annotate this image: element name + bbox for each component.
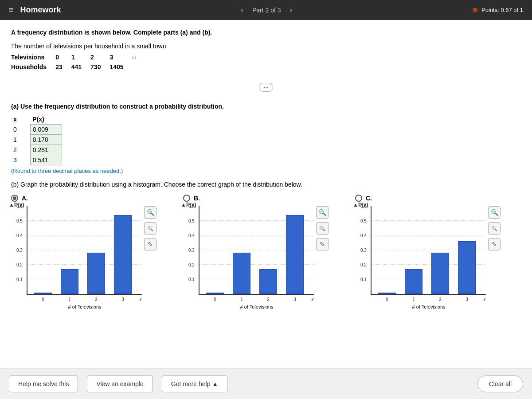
more-button[interactable]: ··· bbox=[259, 83, 273, 92]
ytick-06-c: 0.6 bbox=[360, 204, 367, 209]
x-val-3: 3 bbox=[11, 155, 30, 165]
zoom-in-c[interactable]: 🔍 bbox=[488, 206, 501, 219]
graph-a-header: A. bbox=[11, 195, 156, 202]
zoom-out-c[interactable]: 🔍 bbox=[488, 222, 501, 235]
graph-option-b: B. ▲P(x) 0.1 0.2 0.3 0.4 0.5 bbox=[183, 195, 329, 306]
round-note: (Round to three decimal places as needed… bbox=[11, 168, 521, 174]
prev-arrow[interactable]: ‹ bbox=[241, 5, 243, 15]
xtick-0-a: 0 bbox=[42, 297, 44, 302]
homework-title: Homework bbox=[20, 5, 61, 15]
help-solve-button[interactable]: Help me solve this bbox=[9, 376, 78, 392]
graph-b-wrapper: ▲P(x) 0.1 0.2 0.3 0.4 0.5 0.6 bbox=[183, 206, 329, 306]
tools-c: 🔍 🔍 ✎ bbox=[488, 206, 501, 250]
clear-all-button[interactable]: Clear all bbox=[477, 376, 523, 392]
ygrid-04-c bbox=[372, 235, 486, 235]
bar-a-0 bbox=[34, 293, 52, 294]
part-a-label: (a) Use the frequency distribution to co… bbox=[11, 103, 521, 110]
xtick-3-c: 3 bbox=[466, 297, 468, 302]
table-row-televisions: Televisions 0 1 2 3 □ bbox=[11, 52, 145, 62]
ytick-02-c: 0.2 bbox=[360, 262, 367, 267]
top-bar-left: ≡ Homework bbox=[9, 5, 61, 15]
col-px-header: P(x) bbox=[30, 114, 62, 125]
graph-a-wrapper: ▲P(x) 0.1 0.2 0.3 0.4 0.5 0.6 bbox=[11, 206, 156, 306]
ytick-03-a: 0.3 bbox=[16, 248, 23, 253]
tools-a: 🔍 🔍 ✎ bbox=[144, 206, 156, 250]
ytick-03-c: 0.3 bbox=[360, 248, 367, 253]
ytick-01-c: 0.1 bbox=[360, 277, 367, 282]
tv-val-icon: □ bbox=[133, 52, 145, 62]
ytick-05-a: 0.5 bbox=[16, 219, 23, 223]
edit-c[interactable]: ✎ bbox=[488, 238, 501, 250]
main-content: A frequency distribution is shown below.… bbox=[0, 20, 532, 399]
bar-a-3 bbox=[114, 215, 132, 294]
xtick-2-c: 2 bbox=[439, 297, 442, 302]
frequency-table: Televisions 0 1 2 3 □ Households 23 441 … bbox=[11, 52, 145, 72]
bar-c-2 bbox=[431, 253, 449, 294]
top-bar: ≡ Homework ‹ Part 2 of 3 › ⊗ Points: 0.6… bbox=[0, 0, 532, 20]
ytick-06-a: 0.6 bbox=[16, 204, 23, 209]
zoom-out-a[interactable]: 🔍 bbox=[144, 222, 156, 235]
xtick-3-b: 3 bbox=[293, 297, 296, 302]
tv-val-3: 3 bbox=[110, 52, 132, 62]
prob-row-2: 2 0.281 bbox=[11, 145, 62, 155]
view-example-button[interactable]: View an example bbox=[87, 376, 153, 392]
xtick-1-a: 1 bbox=[68, 297, 71, 302]
tv-val-2: 2 bbox=[90, 52, 110, 62]
px-val-0: 0.009 bbox=[30, 125, 62, 135]
hh-val-1: 441 bbox=[71, 62, 90, 72]
radio-b[interactable] bbox=[183, 195, 190, 202]
problem-description: A frequency distribution is shown below.… bbox=[11, 29, 521, 36]
graph-c-wrapper: ▲P(x) 0.1 0.2 0.3 0.4 0.5 0.6 bbox=[355, 206, 501, 306]
ytick-05-c: 0.5 bbox=[360, 219, 367, 223]
ytick-01-a: 0.1 bbox=[16, 277, 23, 282]
bar-b-2 bbox=[259, 269, 277, 294]
x-val-1: 1 bbox=[11, 135, 30, 145]
edit-b[interactable]: ✎ bbox=[316, 238, 329, 250]
table-row-households: Households 23 441 730 1405 bbox=[11, 62, 145, 72]
xtick-x-b: x bbox=[312, 297, 314, 302]
tools-b: 🔍 🔍 ✎ bbox=[316, 206, 329, 250]
option-b-label: B. bbox=[194, 195, 200, 202]
zoom-in-a[interactable]: 🔍 bbox=[144, 206, 156, 219]
menu-icon[interactable]: ≡ bbox=[9, 5, 14, 15]
ytick-06-b: 0.6 bbox=[188, 204, 195, 209]
radio-a[interactable] bbox=[11, 195, 18, 202]
ytick-04-a: 0.4 bbox=[16, 233, 23, 238]
xtick-0-c: 0 bbox=[386, 297, 388, 302]
bar-b-3 bbox=[286, 215, 304, 294]
ytick-04-c: 0.4 bbox=[360, 233, 367, 238]
tv-val-1: 1 bbox=[71, 52, 90, 62]
px-val-1: 0.170 bbox=[30, 135, 62, 145]
zoom-out-b[interactable]: 🔍 bbox=[316, 222, 329, 235]
graphs-row: A. ▲P(x) 0.1 0.2 0.3 0.4 bbox=[11, 195, 521, 306]
option-c-label: C. bbox=[366, 195, 372, 202]
xtick-x-c: x bbox=[484, 297, 486, 302]
points-icon: ⊗ bbox=[472, 6, 478, 14]
graph-option-c: C. ▲P(x) 0.1 0.2 0.3 0.4 0.5 bbox=[355, 195, 501, 306]
col-x-header: x bbox=[11, 114, 30, 125]
next-arrow[interactable]: › bbox=[290, 5, 293, 15]
frequency-table-section: The number of televisions per household … bbox=[11, 43, 521, 72]
xtick-x-a: x bbox=[140, 297, 142, 302]
table-title: The number of televisions per household … bbox=[11, 43, 521, 50]
radio-c[interactable] bbox=[355, 195, 362, 202]
ytick-04-b: 0.4 bbox=[188, 233, 195, 238]
top-bar-right: ⊗ Points: 0.67 of 1 bbox=[472, 6, 523, 14]
xtick-2-b: 2 bbox=[267, 297, 270, 302]
histogram-c: 0.1 0.2 0.3 0.4 0.5 0.6 bbox=[371, 206, 486, 295]
households-label: Households bbox=[11, 62, 55, 72]
graph-c-header: C. bbox=[355, 195, 501, 202]
zoom-in-b[interactable]: 🔍 bbox=[316, 206, 329, 219]
x-val-2: 2 bbox=[11, 145, 30, 155]
prob-row-0: 0 0.009 bbox=[11, 125, 62, 135]
px-val-2: 0.281 bbox=[30, 145, 62, 155]
edit-a[interactable]: ✎ bbox=[144, 238, 156, 250]
xtick-0-b: 0 bbox=[214, 297, 216, 302]
xtick-2-a: 2 bbox=[95, 297, 98, 302]
xaxis-label-c: # of Televisions bbox=[412, 304, 445, 309]
ytick-05-b: 0.5 bbox=[188, 219, 195, 223]
get-more-help-button[interactable]: Get more help ▲ bbox=[162, 376, 227, 392]
bar-c-0 bbox=[378, 293, 396, 294]
part-label: Part 2 of 3 bbox=[252, 7, 281, 14]
televisions-label: Televisions bbox=[11, 52, 55, 62]
